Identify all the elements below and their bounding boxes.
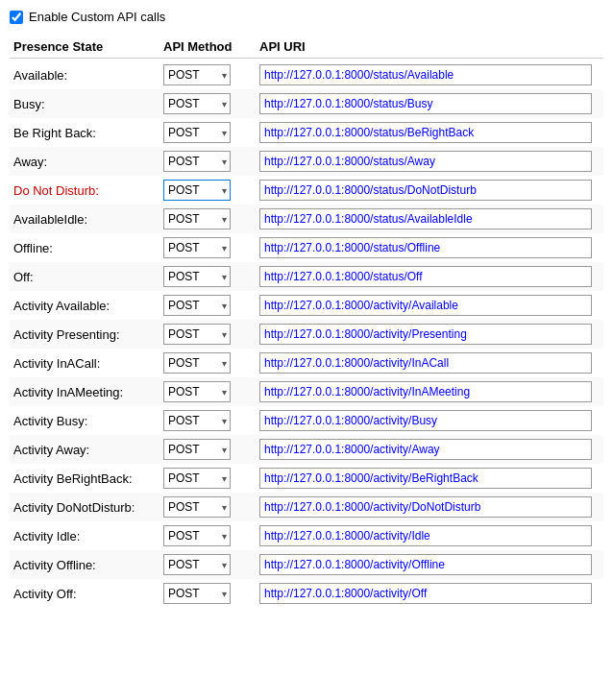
uri-col-activity-donotdisturb <box>259 496 603 518</box>
method-select-activity-inacall[interactable]: GETPOSTPUTPATCHDELETE <box>163 352 231 374</box>
method-select-away[interactable]: GETPOSTPUTPATCHDELETE <box>163 151 231 172</box>
table-row: Available:GETPOSTPUTPATCHDELETE <box>10 60 603 89</box>
method-select-be-right-back[interactable]: GETPOSTPUTPATCHDELETE <box>163 122 231 143</box>
uri-col-activity-away <box>259 439 603 460</box>
method-select-wrapper-activity-busy: GETPOSTPUTPATCHDELETE <box>163 410 231 431</box>
uri-input-activity-available[interactable] <box>259 295 592 316</box>
uri-input-activity-offline[interactable] <box>259 554 592 575</box>
method-select-wrapper-activity-away: GETPOSTPUTPATCHDELETE <box>163 439 231 460</box>
method-select-off[interactable]: GETPOSTPUTPATCHDELETE <box>163 266 231 287</box>
method-col-activity-donotdisturb: GETPOSTPUTPATCHDELETE <box>163 496 259 518</box>
method-col-activity-away: GETPOSTPUTPATCHDELETE <box>163 439 259 460</box>
uri-col-activity-offline <box>259 554 603 575</box>
enable-custom-api-label[interactable]: Enable Custom API calls <box>29 10 165 24</box>
method-select-activity-offline[interactable]: GETPOSTPUTPATCHDELETE <box>163 554 231 575</box>
method-select-wrapper-activity-donotdisturb: GETPOSTPUTPATCHDELETE <box>163 496 231 518</box>
method-select-activity-away[interactable]: GETPOSTPUTPATCHDELETE <box>163 439 231 460</box>
method-select-activity-available[interactable]: GETPOSTPUTPATCHDELETE <box>163 295 231 316</box>
uri-input-available[interactable] <box>259 64 592 85</box>
uri-col-activity-off <box>259 583 603 604</box>
method-select-available[interactable]: GETPOSTPUTPATCHDELETE <box>163 64 231 85</box>
enable-custom-api-checkbox[interactable] <box>10 11 23 24</box>
method-select-available-idle[interactable]: GETPOSTPUTPATCHDELETE <box>163 208 231 229</box>
uri-col-off <box>259 266 603 287</box>
uri-input-activity-donotdisturb[interactable] <box>259 496 592 518</box>
uri-input-do-not-disturb[interactable] <box>259 180 592 201</box>
method-select-activity-inameeting[interactable]: GETPOSTPUTPATCHDELETE <box>163 381 231 402</box>
table-row: Offline:GETPOSTPUTPATCHDELETE <box>10 233 603 262</box>
uri-input-be-right-back[interactable] <box>259 122 592 143</box>
uri-input-activity-idle[interactable] <box>259 525 592 546</box>
method-select-offline[interactable]: GETPOSTPUTPATCHDELETE <box>163 237 231 258</box>
presence-label-activity-offline: Activity Offline: <box>10 558 163 572</box>
uri-input-available-idle[interactable] <box>259 208 592 229</box>
method-select-wrapper-be-right-back: GETPOSTPUTPATCHDELETE <box>163 122 231 143</box>
method-select-wrapper-do-not-disturb: GETPOSTPUTPATCHDELETE <box>163 180 231 201</box>
uri-input-away[interactable] <box>259 151 592 172</box>
method-select-wrapper-activity-offline: GETPOSTPUTPATCHDELETE <box>163 554 231 575</box>
presence-label-offline: Offline: <box>10 241 163 255</box>
method-select-wrapper-activity-idle: GETPOSTPUTPATCHDELETE <box>163 525 231 546</box>
method-select-activity-presenting[interactable]: GETPOSTPUTPATCHDELETE <box>163 324 231 345</box>
method-col-offline: GETPOSTPUTPATCHDELETE <box>163 237 259 258</box>
header-method: API Method <box>163 39 259 54</box>
method-col-off: GETPOSTPUTPATCHDELETE <box>163 266 259 287</box>
uri-input-activity-off[interactable] <box>259 583 592 604</box>
table-row: Busy:GETPOSTPUTPATCHDELETE <box>10 89 603 118</box>
presence-label-activity-donotdisturb: Activity DoNotDisturb: <box>10 500 163 515</box>
uri-col-activity-busy <box>259 410 603 431</box>
method-select-activity-off[interactable]: GETPOSTPUTPATCHDELETE <box>163 583 231 604</box>
uri-input-activity-away[interactable] <box>259 439 592 460</box>
uri-input-activity-inacall[interactable] <box>259 352 592 374</box>
enable-custom-api-row: Enable Custom API calls <box>10 10 603 24</box>
method-select-wrapper-available: GETPOSTPUTPATCHDELETE <box>163 64 231 85</box>
method-select-wrapper-activity-off: GETPOSTPUTPATCHDELETE <box>163 583 231 604</box>
table-row: Activity InAMeeting:GETPOSTPUTPATCHDELET… <box>10 377 603 406</box>
table-row: Activity Presenting:GETPOSTPUTPATCHDELET… <box>10 320 603 349</box>
presence-label-activity-busy: Activity Busy: <box>10 414 163 428</box>
uri-input-busy[interactable] <box>259 93 592 114</box>
method-select-do-not-disturb[interactable]: GETPOSTPUTPATCHDELETE <box>163 180 231 201</box>
method-select-wrapper-activity-berightback: GETPOSTPUTPATCHDELETE <box>163 468 231 489</box>
uri-col-activity-berightback <box>259 468 603 489</box>
method-select-activity-busy[interactable]: GETPOSTPUTPATCHDELETE <box>163 410 231 431</box>
uri-col-do-not-disturb <box>259 180 603 201</box>
method-select-activity-berightback[interactable]: GETPOSTPUTPATCHDELETE <box>163 468 231 489</box>
method-col-do-not-disturb: GETPOSTPUTPATCHDELETE <box>163 180 259 201</box>
presence-label-available: Available: <box>10 68 163 83</box>
method-col-away: GETPOSTPUTPATCHDELETE <box>163 151 259 172</box>
method-select-wrapper-available-idle: GETPOSTPUTPATCHDELETE <box>163 208 231 229</box>
method-select-wrapper-activity-presenting: GETPOSTPUTPATCHDELETE <box>163 324 231 345</box>
method-select-wrapper-activity-available: GETPOSTPUTPATCHDELETE <box>163 295 231 316</box>
presence-label-activity-berightback: Activity BeRightBack: <box>10 471 163 486</box>
method-col-activity-presenting: GETPOSTPUTPATCHDELETE <box>163 324 259 345</box>
presence-label-activity-away: Activity Away: <box>10 443 163 457</box>
presence-label-activity-available: Activity Available: <box>10 299 163 313</box>
table-row: Activity Offline:GETPOSTPUTPATCHDELETE <box>10 550 603 579</box>
presence-label-be-right-back: Be Right Back: <box>10 126 163 140</box>
header-presence: Presence State <box>10 39 163 54</box>
method-col-be-right-back: GETPOSTPUTPATCHDELETE <box>163 122 259 143</box>
uri-input-activity-berightback[interactable] <box>259 468 592 489</box>
method-select-busy[interactable]: GETPOSTPUTPATCHDELETE <box>163 93 231 114</box>
presence-table: Available:GETPOSTPUTPATCHDELETEBusy:GETP… <box>10 60 603 608</box>
method-col-activity-inameeting: GETPOSTPUTPATCHDELETE <box>163 381 259 402</box>
method-select-wrapper-off: GETPOSTPUTPATCHDELETE <box>163 266 231 287</box>
method-col-activity-offline: GETPOSTPUTPATCHDELETE <box>163 554 259 575</box>
method-select-activity-donotdisturb[interactable]: GETPOSTPUTPATCHDELETE <box>163 496 231 518</box>
uri-input-activity-inameeting[interactable] <box>259 381 592 402</box>
uri-input-offline[interactable] <box>259 237 592 258</box>
method-select-wrapper-offline: GETPOSTPUTPATCHDELETE <box>163 237 231 258</box>
table-row: Activity DoNotDisturb:GETPOSTPUTPATCHDEL… <box>10 493 603 521</box>
uri-input-activity-presenting[interactable] <box>259 324 592 345</box>
uri-input-activity-busy[interactable] <box>259 410 592 431</box>
uri-col-away <box>259 151 603 172</box>
header-uri: API URI <box>259 39 603 54</box>
uri-col-activity-inacall <box>259 352 603 374</box>
method-col-busy: GETPOSTPUTPATCHDELETE <box>163 93 259 114</box>
table-row: Be Right Back:GETPOSTPUTPATCHDELETE <box>10 118 603 147</box>
method-select-activity-idle[interactable]: GETPOSTPUTPATCHDELETE <box>163 525 231 546</box>
method-col-activity-busy: GETPOSTPUTPATCHDELETE <box>163 410 259 431</box>
uri-col-activity-available <box>259 295 603 316</box>
uri-input-off[interactable] <box>259 266 592 287</box>
